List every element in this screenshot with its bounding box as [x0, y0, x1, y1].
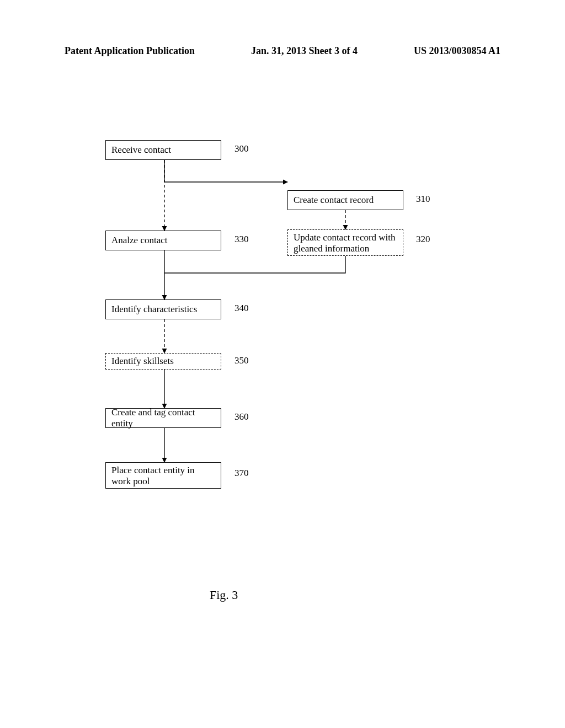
ref-330: 330 [234, 234, 249, 245]
ref-300: 300 [234, 143, 249, 154]
node-place-in-pool: Place contact entity in work pool [105, 462, 221, 489]
node-identify-characteristics: Identify characteristics [105, 299, 221, 319]
node-label: Identify characteristics [111, 304, 197, 315]
figure-label: Fig. 3 [210, 588, 238, 602]
node-identify-skillsets: Identify skillsets [105, 353, 221, 370]
node-label: Analze contact [111, 235, 167, 246]
node-create-contact-record: Create contact record [287, 190, 403, 210]
node-label: Receive contact [111, 144, 171, 156]
node-label: Place contact entity in work pool [111, 465, 215, 487]
ref-320: 320 [416, 234, 430, 245]
node-create-tag-entity: Create and tag contact entity [105, 408, 221, 428]
ref-350: 350 [234, 355, 249, 366]
node-label: Create contact record [294, 195, 374, 206]
node-label: Create and tag contact entity [111, 407, 215, 429]
ref-340: 340 [234, 303, 249, 314]
flowchart-canvas: Receive contact 300 Create contact recor… [0, 0, 565, 728]
ref-310: 310 [416, 194, 430, 205]
node-label: Update contact record with gleaned infor… [294, 232, 397, 254]
node-analyze-contact: Analze contact [105, 231, 221, 250]
node-label: Identify skillsets [111, 356, 174, 367]
node-update-contact-record: Update contact record with gleaned infor… [287, 229, 403, 256]
ref-370: 370 [234, 468, 249, 479]
connectors-svg [0, 0, 565, 728]
ref-360: 360 [234, 411, 249, 422]
node-receive-contact: Receive contact [105, 140, 221, 160]
